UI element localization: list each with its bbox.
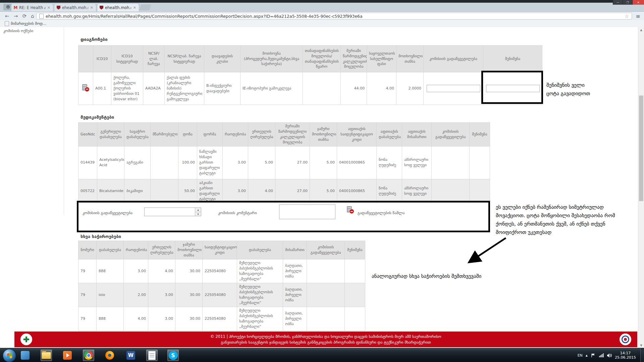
page-scrollbar[interactable]: ▲ ▼: [638, 27, 644, 348]
volume-icon[interactable]: [607, 353, 612, 358]
unit-price: 4.00: [148, 259, 175, 283]
site-emblem-icon: [56, 5, 61, 10]
column-header: მოთხოვნა (პროცედურა,მედიკამენტი,სხვა საჭ…: [240, 46, 303, 72]
media-player-icon[interactable]: [19, 350, 31, 361]
total-amount: 30.00: [175, 259, 203, 283]
action-center-flag-icon[interactable]: [591, 353, 596, 358]
tab-ehealth-1[interactable]: ehealth.moh.gov.ge/Hmis ×: [54, 3, 96, 11]
calc-amount: 27.00: [275, 146, 310, 179]
column-header: კომისიის გადაწყვეტილება: [424, 46, 483, 72]
word-icon[interactable]: W: [125, 350, 137, 361]
column-header: დასახელება: [97, 241, 124, 259]
reload-icon[interactable]: ⟳: [21, 12, 28, 20]
home-icon[interactable]: ⌂: [29, 12, 36, 20]
scroll-down-icon[interactable]: ▼: [638, 343, 644, 348]
total-amount: 5.00: [310, 179, 337, 203]
diagnoses-title: დიაგნოზები: [80, 37, 107, 42]
annotation-line: მოიფიქროთ უკეთესად: [496, 228, 615, 237]
new-tab-button[interactable]: [139, 4, 151, 10]
media-app-icon[interactable]: [62, 350, 73, 361]
stepper-down-icon[interactable]: ▼: [195, 212, 201, 216]
bookmark-star-icon[interactable]: ☆: [622, 13, 632, 19]
tab-close-icon[interactable]: ×: [90, 5, 94, 10]
column-header: მოთხოვნილი თანხა: [396, 46, 424, 72]
form: ნაწლავში ხსნადი გარსით დაფარული ტაბლეტი: [197, 146, 223, 179]
chrome-icon[interactable]: [83, 350, 94, 361]
state-price: 4.00: [367, 72, 396, 105]
minimize-button[interactable]: —: [613, 0, 623, 5]
column-header: ICD10: [93, 46, 111, 72]
start-button[interactable]: [3, 349, 16, 362]
forward-icon[interactable]: →: [12, 12, 19, 20]
geondc: 005722: [78, 179, 97, 203]
explorer-folder-icon[interactable]: [41, 350, 52, 361]
calc-amount: 27.00: [275, 179, 310, 203]
commission-decision-input[interactable]: [427, 85, 480, 92]
column-header: ICD10 სიტყვიერად: [111, 46, 143, 72]
cofinancing: [303, 72, 341, 105]
column-header: მერიაში წარმოდგენილი კალკულაციის მოცულობ…: [275, 123, 310, 146]
tab-close-icon[interactable]: ×: [132, 5, 137, 10]
footer-line: © 2011 | პროექტი ხორციელდება შრომის, ჯან…: [14, 334, 637, 340]
gmail-icon: M: [13, 5, 18, 10]
diagnoses-header-row: ICD10 ICD10 სიტყვიერად NCSP/ლაბ. ჩარევა …: [78, 46, 542, 72]
tab-label: ehealth.moh.gov.ge/Hmis: [105, 5, 131, 10]
number: 79: [78, 307, 97, 330]
column-header: თანადაფინანსების მოცულობა/ თანადაფინანსე…: [303, 46, 341, 72]
tab-label: RE: E Health Activities for: [19, 5, 45, 10]
network-icon[interactable]: [599, 353, 604, 358]
firefox-icon[interactable]: [104, 350, 115, 361]
language-indicator[interactable]: EN: [578, 353, 583, 358]
stepper-arrows[interactable]: ▲ ▼: [195, 208, 201, 216]
other-need-row: 79 888 3.00 4.00 30.00 225054080 შეზღუდუ…: [78, 259, 365, 283]
column-header: ჯამური მოთხოვნილი თანხა: [175, 241, 203, 259]
geondc: 014439: [78, 146, 97, 179]
tab-ehealth-2-active[interactable]: ehealth.moh.gov.ge/Hmis ×: [97, 3, 139, 11]
tab-gmail[interactable]: M RE: E Health Activities for ×: [11, 3, 53, 11]
delete-decision-icon[interactable]: [347, 206, 354, 214]
ncsp-text: ქალას ფუძის (კრანიალური ბაზისის) რენტგენ…: [165, 72, 204, 105]
manufacturer: [151, 146, 178, 179]
back-icon[interactable]: ←: [3, 12, 11, 20]
medication-row: 005722 Bicalutamide ბიკამიდი 50.00 აპკია…: [78, 179, 490, 203]
unit-price: 3.00: [148, 283, 175, 307]
url-text[interactable]: ehealth.moh.gov.ge/Hmis/ReferralsHallRea…: [46, 14, 622, 19]
diagnoses-table: ICD10 ICD10 სიტყვიერად NCSP/ლაბ. ჩარევა …: [78, 45, 542, 105]
bookmark-item[interactable]: მიმართვების მოდ...: [5, 21, 46, 26]
column-header: GeoNdc: [78, 123, 97, 146]
form: აპკიანი გარსით დაფარული ტაბლეტი: [197, 179, 223, 203]
sidebar-item-commission-protocols[interactable]: კომისიის ოქმები: [3, 29, 33, 33]
stepper-up-icon[interactable]: ▲: [195, 208, 201, 212]
commission-comment-textarea[interactable]: [279, 204, 335, 219]
delete-decision-label[interactable]: გადაწყვეტილების წაშლა: [358, 210, 405, 215]
scroll-up-icon[interactable]: ▲: [638, 27, 644, 33]
number: 79: [78, 283, 97, 307]
close-button[interactable]: ✕: [632, 0, 644, 5]
tray-expand-icon[interactable]: ▲: [586, 354, 588, 357]
delete-row-icon[interactable]: [82, 84, 90, 92]
note: [345, 283, 365, 307]
provider-name: შეზღუდული პასუხისმგებლობის საზოგადოება „…: [237, 283, 283, 307]
quantity: 2.00: [124, 283, 148, 307]
maximize-button[interactable]: ❐: [623, 0, 632, 5]
skype-icon[interactable]: S: [167, 350, 179, 361]
footer-line: განვითარების სააგენტოს ჯანდაცვის სისტემი…: [14, 340, 637, 345]
desktop-screen: — ❐ ✕ ☻ M RE: E Health Activities for × …: [0, 0, 644, 362]
name: 888: [97, 307, 124, 330]
unit-price: 4.00: [248, 179, 275, 203]
column-header: რაოდენობა: [124, 241, 148, 259]
taskbar-clock[interactable]: 14:17 25.06.2015: [615, 351, 636, 360]
annotation-box-note-field: [481, 71, 543, 104]
other-need-row: 79 888 4.00 3.00 30.00 225054080 შეზღუდუ…: [78, 307, 365, 330]
show-desktop-button[interactable]: [640, 348, 644, 362]
address: ბაღდათი, პირველი ობჩა: [283, 283, 307, 307]
quantity: 3.00: [223, 146, 248, 179]
tab-close-icon[interactable]: ×: [47, 5, 51, 10]
column-header: აფთიაქის დასახელება: [377, 123, 402, 146]
scrollbar-thumb[interactable]: [639, 96, 643, 201]
commission-decision-stepper[interactable]: ▲ ▼: [144, 207, 201, 216]
address-bar[interactable]: ehealth.moh.gov.ge/Hmis/ReferralsHallRea…: [36, 13, 632, 19]
column-header: კომისიის გადაწყვეტილება: [432, 123, 470, 146]
document-app-icon[interactable]: [146, 350, 158, 361]
menu-icon[interactable]: ≡: [634, 12, 642, 20]
